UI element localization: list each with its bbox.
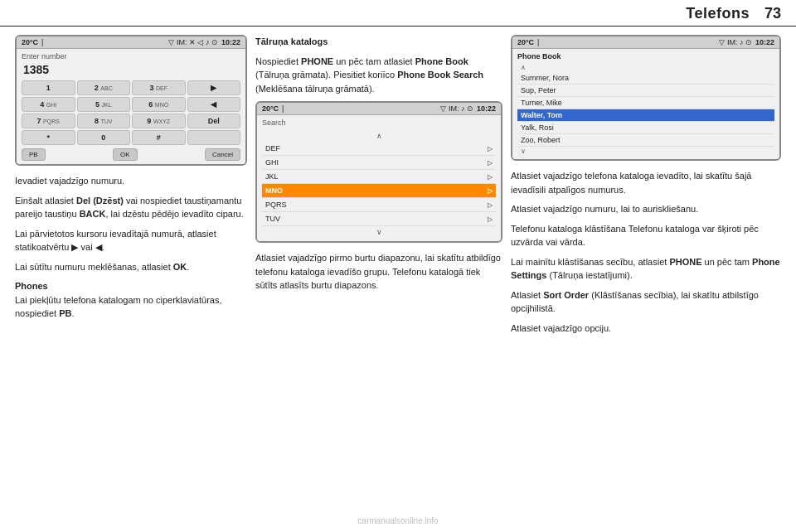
- dial-topbar: 20°C | ▽ IM: ✕ ◁ ♪ ⊙ 10:22: [17, 36, 245, 49]
- left-text-3: Lai pārvietotos kursoru ievadītajā numur…: [15, 227, 247, 254]
- right-text-2: Atlasiet vajadzīgo numuru, lai to aurisk…: [511, 202, 781, 216]
- dial-screen-mockup: 20°C | ▽ IM: ✕ ◁ ♪ ⊙ 10:22 Enter number …: [15, 35, 247, 166]
- page-title: Telefons: [686, 5, 750, 22]
- dial-screen-body: Enter number 1385 1 2 ABC 3 DEF ▶ 4 GHI …: [17, 49, 245, 164]
- key-2[interactable]: 2 ABC: [77, 80, 131, 95]
- pb-list: Summer, Nora Sup, Peter Turner, Mike Wal…: [517, 72, 774, 147]
- key-1[interactable]: 1: [22, 80, 75, 95]
- pb-topbar: 20°C | ▽ IM: ♪ ⊙ 10:22: [512, 36, 779, 49]
- search-screen-mockup: 20°C | ▽ IM: ♪ ⊙ 10:22 Search ∧ DEF▷: [255, 101, 502, 243]
- dial-header-row: Enter number: [22, 52, 240, 60]
- phonebook-screen-mockup: 20°C | ▽ IM: ♪ ⊙ 10:22 Phone Book ∧ Summ…: [511, 35, 781, 161]
- left-text-2: Einšalt atlasiet Del (Dzēst) vai nospied…: [15, 194, 247, 221]
- key-4[interactable]: 4 GHI: [22, 97, 75, 112]
- search-header: Search: [262, 118, 496, 127]
- key-0[interactable]: 0: [77, 130, 131, 145]
- dial-keypad: 1 2 ABC 3 DEF ▶ 4 GHI 5 JKL 6 MNO ◀ 7 PQ…: [22, 80, 240, 145]
- key-empty: [187, 130, 241, 145]
- phonebook-screen-body: Phone Book ∧ Summer, Nora Sup, Peter Tur…: [512, 49, 779, 159]
- key-hash[interactable]: #: [132, 130, 186, 145]
- cancel-button[interactable]: Cancel: [205, 148, 240, 161]
- dial-temp: 20°C: [22, 38, 38, 46]
- right-text-5: Atlasiet Sort Order (Klāstīšanas secībia…: [511, 288, 781, 316]
- right-text-3: Telefonu kataloga klāstīšana Telefonu ka…: [511, 222, 781, 249]
- search-temp: 20°C: [262, 104, 279, 113]
- pb-title: Phone Book: [517, 52, 774, 60]
- search-list: DEF▷ GHI▷ JKL▷ MNO▷ PQRS▷ TUV▷: [262, 142, 496, 226]
- key-8[interactable]: 8 TUV: [77, 114, 131, 128]
- dial-time: 10:22: [221, 38, 240, 46]
- right-text-1: Atlasiet vajadzīgo telefona kataloga iev…: [511, 169, 781, 196]
- ok-button[interactable]: OK: [113, 148, 138, 161]
- key-del[interactable]: Del: [187, 114, 241, 128]
- pb-item-zoo[interactable]: Zoo, Robert: [517, 134, 774, 147]
- pb-temp: 20°C: [517, 38, 534, 46]
- right-text-6: Atlasiet vajadzīgo opciju.: [511, 322, 781, 336]
- mid-text-1: Nospiediet PHONE un pēc tam atlasiet Pho…: [255, 55, 502, 96]
- search-topbar: 20°C | ▽ IM: ♪ ⊙ 10:22: [257, 103, 501, 115]
- search-item-mno[interactable]: MNO▷: [262, 184, 496, 198]
- right-text-4: Lai mainītu klāstīšanas secību, atlasiet…: [511, 255, 781, 283]
- search-screen-body: Search ∧ DEF▷ GHI▷ JKL▷ MNO▷: [257, 115, 501, 241]
- key-right-arrow[interactable]: ▶: [187, 80, 241, 95]
- pb-time: 10:22: [755, 38, 774, 46]
- dial-label: Enter number: [22, 52, 67, 60]
- search-icons: ▽ IM: ♪ ⊙: [440, 104, 473, 113]
- key-5[interactable]: 5 JKL: [77, 97, 131, 112]
- watermark: carmanualsonline.info: [357, 516, 438, 525]
- page-header: Telefons 73: [0, 0, 796, 27]
- dial-actions: PB OK Cancel: [22, 148, 240, 161]
- search-item-pqrs[interactable]: PQRS▷: [262, 198, 496, 212]
- pb-button[interactable]: PB: [22, 148, 46, 161]
- pb-scroll-down[interactable]: ∨: [517, 147, 774, 156]
- key-star[interactable]: *: [22, 130, 75, 145]
- dial-number: 1385: [22, 63, 240, 76]
- search-time: 10:22: [477, 104, 496, 113]
- pb-item-turner[interactable]: Turner, Mike: [517, 97, 774, 109]
- page-number: 73: [764, 5, 781, 22]
- left-text-4: Lai sūtītu numuru meklēšanas, atlasiet O…: [15, 260, 247, 274]
- search-item-jkl[interactable]: JKL▷: [262, 170, 496, 184]
- pb-item-yalk[interactable]: Yalk, Rosi: [517, 122, 774, 134]
- mid-heading: Tālruņa katalogs: [255, 35, 502, 49]
- pb-icons: ▽ IM: ♪ ⊙: [719, 38, 752, 46]
- dial-icons: ▽ IM: ✕ ◁ ♪ ⊙: [168, 38, 218, 46]
- search-item-tuv[interactable]: TUV▷: [262, 212, 496, 226]
- search-scroll-up[interactable]: ∧: [262, 130, 496, 142]
- left-column: 20°C | ▽ IM: ✕ ◁ ♪ ⊙ 10:22 Enter number …: [15, 35, 247, 341]
- search-item-ghi[interactable]: GHI▷: [262, 156, 496, 170]
- search-scroll-down[interactable]: ∨: [262, 226, 496, 238]
- mid-text-2: Atlasiet vajadzīgo pirmo burtu diapazonu…: [255, 251, 502, 293]
- mid-column: Tālruņa katalogs Nospiediet PHONE un pēc…: [255, 35, 502, 341]
- key-7[interactable]: 7 PQRS: [22, 114, 75, 128]
- search-signal-icon: |: [282, 104, 284, 113]
- pb-scroll-up[interactable]: ∧: [517, 63, 774, 72]
- left-note: PhonesLai piekļūtu telefona katalogam no…: [15, 279, 247, 321]
- pb-item-sup[interactable]: Sup, Peter: [517, 85, 774, 97]
- right-column: 20°C | ▽ IM: ♪ ⊙ 10:22 Phone Book ∧ Summ…: [511, 35, 781, 341]
- pb-item-summer[interactable]: Summer, Nora: [517, 72, 774, 85]
- search-item-def[interactable]: DEF▷: [262, 142, 496, 156]
- key-9[interactable]: 9 WXYZ: [132, 114, 186, 128]
- dial-signal-icon: |: [41, 38, 43, 46]
- left-text-1: Ievadiet vajadzīgo numuru.: [15, 174, 247, 188]
- search-label: Search: [262, 118, 286, 127]
- key-6[interactable]: 6 MNO: [132, 97, 186, 112]
- main-content: 20°C | ▽ IM: ✕ ◁ ♪ ⊙ 10:22 Enter number …: [0, 27, 796, 349]
- pb-item-walter[interactable]: Walter, Tom: [517, 109, 774, 122]
- key-left-arrow[interactable]: ◀: [187, 97, 241, 112]
- key-3[interactable]: 3 DEF: [132, 80, 186, 95]
- pb-signal-icon: |: [537, 38, 539, 46]
